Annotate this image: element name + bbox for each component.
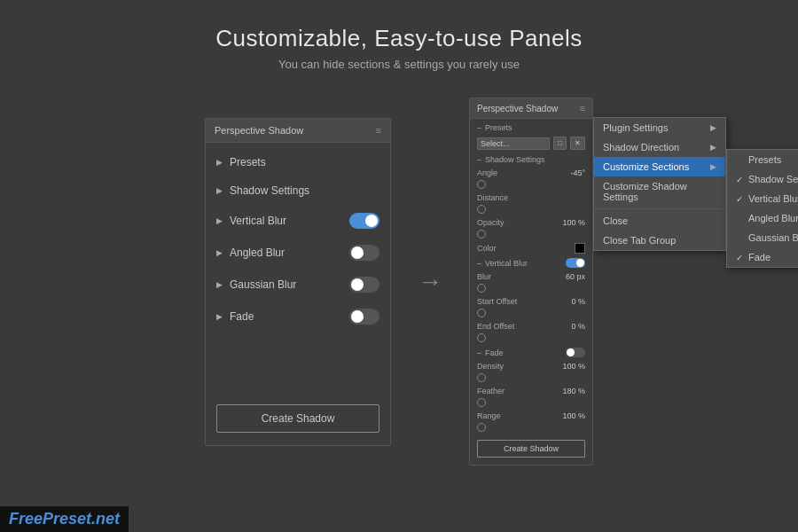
right-side: Perspective Shadow ≡ – Presets Select...… (469, 98, 593, 466)
density-slider-row (470, 372, 592, 385)
select-text: Select... (481, 139, 510, 148)
fade-toggle[interactable] (349, 309, 379, 325)
chevron-right-icon: ▶ (216, 216, 223, 225)
fade-mini-toggle[interactable] (566, 348, 585, 357)
range-label: Range (477, 411, 501, 420)
opacity-field: Opacity 100 % (470, 216, 592, 229)
watermark-suffix: .net (91, 510, 120, 528)
panel-menu-icon[interactable]: ≡ (376, 125, 381, 136)
color-field: Color (470, 241, 592, 255)
feather-dial[interactable] (477, 398, 486, 407)
right-panel-title: Perspective Shadow (477, 104, 558, 113)
vertical-blur-toggle[interactable] (349, 213, 379, 229)
item-label: Angled Blur (230, 246, 349, 259)
list-item[interactable]: ▶ Gaussian Blur (206, 269, 390, 301)
submenu-item-label: Presets (748, 154, 781, 165)
submenu-item-vertical-blur[interactable]: ✓ Vertical Blur (727, 189, 798, 208)
arrow-container: → (418, 268, 442, 296)
submenu-arrow-icon: ▶ (710, 123, 716, 132)
distance-slider-row (470, 204, 592, 216)
collapse-icon[interactable]: – (477, 348, 481, 357)
dropdown-item-customize-shadow[interactable]: Customize Shadow Settings (594, 176, 725, 207)
collapse-icon[interactable]: – (477, 259, 481, 268)
dropdown-item-label: Close Tab Group (603, 235, 676, 246)
density-dial[interactable] (477, 373, 486, 382)
submenu-item-fade[interactable]: ✓ Fade (727, 247, 798, 267)
collapse-icon[interactable]: – (477, 155, 481, 164)
end-dial[interactable] (477, 333, 486, 342)
preset-delete-btn[interactable]: ✕ (570, 137, 585, 150)
dropdown-item-shadow-direction[interactable]: Shadow Direction ▶ (594, 137, 725, 157)
opacity-dial[interactable] (477, 230, 486, 239)
submenu-item-label: Vertical Blur (748, 193, 798, 204)
color-swatch[interactable] (575, 243, 585, 254)
list-item[interactable]: ▶ Presets (206, 148, 390, 176)
submenu-item-presets[interactable]: ✓ Presets (727, 150, 798, 169)
start-dial[interactable] (477, 309, 486, 317)
dropdown-item-customize-sections[interactable]: Customize Sections ▶ (594, 157, 725, 176)
shadow-settings-label: Shadow Settings (485, 155, 545, 164)
submenu-item-angled-blur[interactable]: ✓ Angled Blur (727, 208, 798, 228)
blur-value: 60 px (566, 272, 585, 281)
submenu: ✓ Presets ✓ Shadow Settings ✓ Vertical B… (726, 149, 798, 268)
gaussian-blur-toggle[interactable] (349, 277, 379, 293)
left-panel-title: Perspective Shadow (215, 125, 303, 136)
opacity-slider-row (470, 229, 592, 241)
distance-dial[interactable] (477, 205, 486, 214)
angle-label: Angle (477, 168, 497, 177)
list-item[interactable]: ▶ Fade (206, 301, 390, 332)
chevron-right-icon: ▶ (216, 280, 223, 289)
start-offset-value: 0 % (571, 297, 585, 306)
vertical-blur-label: Vertical Blur (485, 259, 528, 268)
dropdown-item-close-tab-group[interactable]: Close Tab Group (594, 231, 725, 250)
vertical-blur-mini-toggle[interactable] (566, 258, 585, 268)
right-arrow-icon: → (418, 268, 442, 296)
list-item[interactable]: ▶ Angled Blur (206, 237, 390, 269)
submenu-item-label: Gaussian Blur (748, 232, 798, 243)
blur-field: Blur 60 px (470, 270, 592, 283)
submenu-item-gaussian-blur[interactable]: ✓ Gaussian Blur (727, 228, 798, 247)
left-panel-footer: Create Shadow (206, 395, 390, 445)
dropdown-item-label: Plugin Settings (603, 122, 668, 133)
chevron-right-icon: ▶ (216, 248, 223, 257)
opacity-value: 100 % (562, 218, 585, 227)
left-panel-body: ▶ Presets ▶ Shadow Settings ▶ Vertical B… (206, 143, 390, 395)
submenu-arrow-icon: ▶ (710, 162, 716, 171)
toggle-knob (351, 310, 364, 323)
presets-row: Select... □ ✕ (470, 134, 592, 153)
preset-save-btn[interactable]: □ (553, 137, 567, 150)
presets-select[interactable]: Select... (477, 137, 550, 150)
collapse-icon[interactable]: – (477, 123, 481, 132)
presets-section-header: – Presets (470, 119, 592, 134)
toggle-knob (351, 246, 364, 259)
toggle-knob (365, 215, 378, 227)
page-header: Customizable, Easy-to-use Panels You can… (215, 0, 582, 80)
blur-dial[interactable] (477, 284, 486, 293)
submenu-item-label: Angled Blur (748, 213, 798, 223)
angled-blur-toggle[interactable] (349, 245, 379, 261)
right-panel: Perspective Shadow ≡ – Presets Select...… (469, 98, 593, 466)
right-panel-menu-icon[interactable]: ≡ (580, 103, 585, 113)
list-item[interactable]: ▶ Vertical Blur (206, 205, 390, 237)
angle-dial[interactable] (477, 180, 486, 189)
end-offset-value: 0 % (571, 322, 585, 331)
chevron-right-icon: ▶ (216, 158, 223, 167)
list-item[interactable]: ▶ Shadow Settings (206, 176, 390, 205)
opacity-label: Opacity (477, 218, 505, 227)
submenu-item-shadow-settings[interactable]: ✓ Shadow Settings (727, 169, 798, 189)
density-field: Density 100 % (470, 360, 592, 372)
right-create-shadow-button[interactable]: Create Shadow (477, 440, 585, 458)
range-dial[interactable] (477, 423, 486, 432)
range-value: 100 % (562, 411, 585, 420)
item-label: Fade (230, 310, 349, 323)
feather-value: 180 % (562, 387, 585, 395)
density-value: 100 % (562, 362, 585, 371)
create-shadow-button[interactable]: Create Shadow (216, 404, 379, 433)
chevron-right-icon: ▶ (216, 312, 223, 321)
range-slider-row (470, 422, 592, 434)
blur-slider-row (470, 283, 592, 295)
angle-value: -45° (570, 168, 585, 177)
dropdown-item-close[interactable]: Close (594, 211, 725, 231)
check-icon: ✓ (736, 253, 743, 262)
dropdown-item-plugin-settings[interactable]: Plugin Settings ▶ (594, 118, 725, 137)
